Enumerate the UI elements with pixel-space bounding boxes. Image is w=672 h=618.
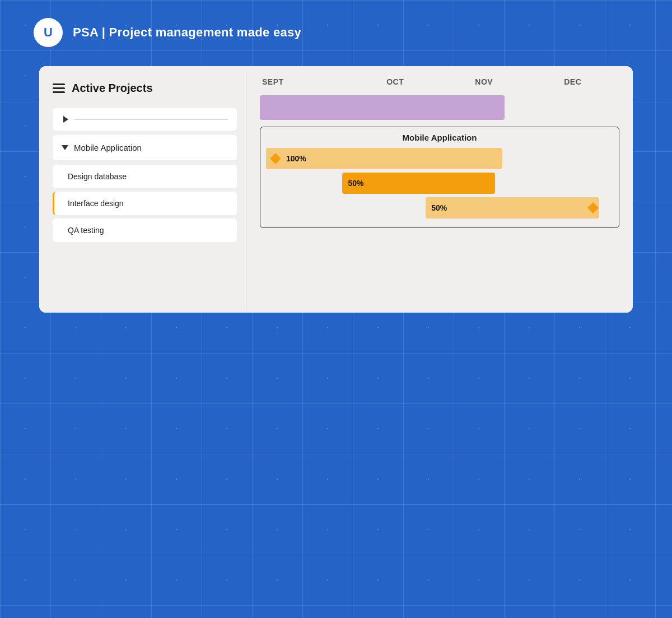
gantt-row-interface-design: 50% xyxy=(266,173,613,194)
diamond-left-1 xyxy=(270,153,281,164)
gantt-month-headers: SEPT OCT NOV DEC xyxy=(260,77,619,86)
sub-item-design-database[interactable]: Design database xyxy=(53,165,237,188)
logo-circle: U xyxy=(34,18,63,47)
expanded-project-row[interactable]: Mobile Application xyxy=(53,135,237,160)
row-placeholder-line xyxy=(74,119,228,120)
collapsed-project-row[interactable] xyxy=(53,108,237,131)
bar-text-3: 50% xyxy=(431,203,447,212)
month-dec: DEC xyxy=(529,77,618,86)
gantt-group-box: Mobile Application 100% 50% xyxy=(260,127,619,228)
chevron-right-icon xyxy=(63,116,68,123)
month-sept: SEPT xyxy=(262,77,351,86)
gantt-row-qa-testing: 50% xyxy=(266,197,613,219)
panel-header: Active Projects xyxy=(53,82,237,95)
gantt-bar-1: 100% xyxy=(266,148,502,169)
gantt-top-bar-row xyxy=(260,95,619,120)
app-header: U PSA | Project management made easy xyxy=(0,0,672,61)
month-oct: OCT xyxy=(351,77,440,86)
sub-items-list: Design database Interface design QA test… xyxy=(53,165,237,242)
bar-text-1: 100% xyxy=(286,154,306,163)
sub-item-qa-testing[interactable]: QA testing xyxy=(53,219,237,242)
gantt-bar-3: 50% xyxy=(426,197,599,219)
gantt-track-3: 50% xyxy=(266,197,613,219)
bar-text-2: 50% xyxy=(348,179,363,188)
menu-icon xyxy=(53,83,65,93)
left-panel: Active Projects Mobile Application Desig… xyxy=(39,66,246,313)
month-nov: NOV xyxy=(440,77,529,86)
chevron-down-icon xyxy=(62,145,68,150)
expanded-project-label: Mobile Application xyxy=(74,143,142,152)
gantt-track-2: 50% xyxy=(266,173,613,194)
gantt-top-bar xyxy=(260,95,505,120)
gantt-track-1: 100% xyxy=(266,148,613,169)
gantt-group-title: Mobile Application xyxy=(266,133,613,142)
app-title: PSA | Project management made easy xyxy=(73,25,301,40)
gantt-panel: SEPT OCT NOV DEC Mobile Application 100% xyxy=(246,66,633,313)
panel-title: Active Projects xyxy=(72,82,153,95)
main-card: Active Projects Mobile Application Desig… xyxy=(39,66,633,313)
app-background: U PSA | Project management made easy Act… xyxy=(0,0,672,618)
gantt-bar-2: 50% xyxy=(342,173,495,194)
diamond-right-3 xyxy=(587,202,599,213)
sub-item-interface-design[interactable]: Interface design xyxy=(53,192,237,215)
gantt-row-design-database: 100% xyxy=(266,148,613,169)
logo-letter: U xyxy=(44,25,53,40)
